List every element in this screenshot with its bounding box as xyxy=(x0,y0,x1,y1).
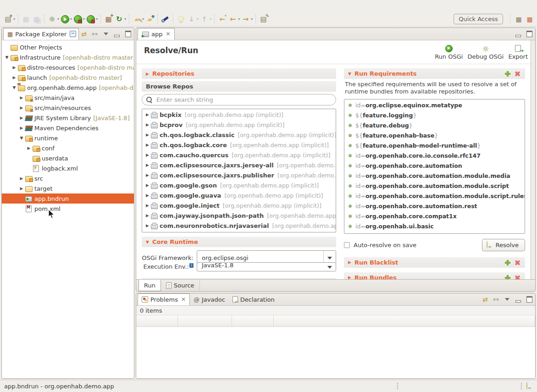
add-blacklist-icon[interactable] xyxy=(504,259,511,266)
open-task-button[interactable]: ▾ xyxy=(132,13,144,25)
section-run-blacklist[interactable]: ▶ Run Blacklist xyxy=(344,257,525,268)
tree-twisty-icon[interactable]: ▶ xyxy=(144,163,150,167)
remove-bundle-icon[interactable] xyxy=(514,274,521,279)
repo-list-item[interactable]: ▶ bcpkix [org.openhab.demo.app (implicit… xyxy=(142,110,336,120)
tree-item[interactable]: ▶ src/main/java xyxy=(2,93,134,103)
menu-item[interactable] xyxy=(67,5,77,7)
requirement-item[interactable]: ${feature.openhab-model-runtime-all} xyxy=(344,141,525,151)
repo-list-item[interactable]: ▶ com.google.gson [org.openhab.demo.app … xyxy=(142,180,336,190)
close-icon[interactable]: ✕ xyxy=(181,296,186,303)
dropdown-arrow-icon[interactable]: ▾ xyxy=(124,17,126,21)
requirement-item[interactable]: id=org.openhab.ui.basic xyxy=(344,221,525,232)
quick-access-button[interactable]: Quick Access xyxy=(454,14,503,24)
repo-list-item[interactable]: ▶ com.jayway.jsonpath.json-path [org.ope… xyxy=(142,210,336,221)
auto-resolve-checkbox[interactable] xyxy=(344,242,350,248)
view-menu-icon[interactable] xyxy=(102,30,110,38)
tree-twisty-icon[interactable]: ▶ xyxy=(18,176,25,181)
menu-item[interactable] xyxy=(97,5,107,7)
tree-twisty-icon[interactable]: ▶ xyxy=(144,112,150,117)
requirement-item[interactable]: id=org.openhab.core.automation xyxy=(344,161,525,171)
repo-list-item[interactable]: ▶ com.eclipsesource.jaxrs.publisher [org… xyxy=(142,170,336,180)
remove-requirement-icon[interactable] xyxy=(514,70,521,77)
column-header[interactable] xyxy=(274,315,531,326)
tree-twisty-icon[interactable]: ▶ xyxy=(144,193,150,198)
tab-javadoc[interactable]: @ Javadoc xyxy=(190,293,229,305)
tab-run[interactable]: Run xyxy=(138,280,161,291)
dropdown-arrow-icon[interactable] xyxy=(323,263,336,271)
tree-twisty-icon[interactable]: ▼ xyxy=(4,55,10,60)
tree-twisty-icon[interactable]: ▶ xyxy=(144,143,150,147)
menu-item[interactable] xyxy=(87,5,97,7)
tree-item[interactable]: userdata xyxy=(2,153,134,163)
focus-icon[interactable] xyxy=(91,30,99,38)
requirement-item[interactable]: ${feature.openhab-base} xyxy=(344,131,525,141)
tree-item[interactable]: Other Projects xyxy=(2,42,134,52)
export-button[interactable]: Export xyxy=(507,44,529,60)
menu-item[interactable] xyxy=(17,5,27,7)
grip-handle-icon[interactable] xyxy=(397,383,399,389)
tree-item[interactable]: pom.xml xyxy=(2,204,134,214)
new-wizard-button[interactable]: ▾ xyxy=(3,13,16,25)
tree-item[interactable]: ▶ src/main/resources xyxy=(2,103,134,113)
repo-list-item[interactable]: ▶ com.caucho.quercus [org.openhab.demo.a… xyxy=(142,150,336,160)
previous-annotation-button[interactable]: ▾ xyxy=(199,13,212,25)
run-button[interactable]: ▾ xyxy=(60,13,72,25)
filters-icon[interactable] xyxy=(492,296,500,303)
menu-item[interactable] xyxy=(27,5,37,7)
requirement-item[interactable]: ${feature.logging} xyxy=(344,110,525,121)
requirement-item[interactable]: id=org.openhab.core.automation.module.sc… xyxy=(344,181,525,191)
save-button[interactable] xyxy=(21,13,31,25)
tab-problems[interactable]: Problems ✕ xyxy=(138,293,190,305)
menu-item[interactable] xyxy=(6,5,17,7)
requirement-item[interactable]: id=org.openhab.core.automation.rest xyxy=(344,201,525,211)
tree-twisty-icon[interactable]: ▼ xyxy=(18,136,25,140)
column-header[interactable] xyxy=(178,315,232,326)
tree-twisty-icon[interactable]: ▶ xyxy=(144,183,150,188)
tree-twisty-icon[interactable]: ▶ xyxy=(11,65,17,70)
menu-item[interactable] xyxy=(57,5,67,7)
section-runtime-properties[interactable]: ▶ Runtime Properties xyxy=(142,278,336,279)
remove-blacklist-icon[interactable] xyxy=(514,259,521,266)
column-header[interactable] xyxy=(531,315,535,326)
requirement-item[interactable]: id=org.openhab.core.automation.module.me… xyxy=(344,171,525,181)
tree-item[interactable]: app.bndrun xyxy=(2,193,134,204)
tab-app-editor[interactable]: app ✕ xyxy=(138,28,175,40)
menu-item[interactable] xyxy=(47,5,57,7)
open-perspective-icon[interactable] xyxy=(514,15,523,24)
requirement-item[interactable]: id=org.openhab.core.compat1x xyxy=(344,211,525,221)
tree-twisty-icon[interactable]: ▶ xyxy=(144,203,150,208)
open-type-button[interactable] xyxy=(144,13,155,25)
run-osgi-button[interactable]: Run OSGi xyxy=(434,44,464,60)
repo-list-item[interactable]: ▶ bcprov [org.openhab.demo.app (implicit… xyxy=(142,120,336,130)
tree-twisty-icon[interactable]: ▼ xyxy=(11,85,17,90)
link-with-editor-icon[interactable] xyxy=(80,30,88,38)
resolve-button[interactable]: Resolve xyxy=(482,239,525,251)
section-repositories[interactable]: ▶ Repositories xyxy=(142,68,336,79)
column-header[interactable] xyxy=(136,315,178,326)
back-button[interactable]: ▾ xyxy=(227,13,240,25)
requirement-item[interactable]: id=org.openhab.core.io.console.rfc147 xyxy=(344,151,525,161)
repo-list-item[interactable]: ▶ com.google.inject [org.openhab.demo.ap… xyxy=(142,200,336,210)
tree-item[interactable]: ▶ src xyxy=(2,173,134,183)
focus-on-active-task-icon[interactable] xyxy=(481,296,489,303)
dropdown-arrow-icon[interactable]: ▾ xyxy=(83,17,85,21)
pin-editor-button[interactable] xyxy=(258,13,269,25)
add-requirement-icon[interactable] xyxy=(504,70,511,77)
minimize-icon[interactable] xyxy=(514,30,522,38)
dropdown-arrow-icon[interactable]: ▾ xyxy=(197,17,199,21)
tab-package-explorer[interactable]: Package Explorer ✕ xyxy=(3,28,79,40)
debug-button[interactable]: ▾ xyxy=(47,13,60,25)
forward-button[interactable]: ▾ xyxy=(240,13,253,25)
tree-item[interactable]: ▼ Infrastructure [openhab-distro master] xyxy=(2,52,134,62)
maximize-icon[interactable] xyxy=(525,30,533,38)
execution-env-combo[interactable]: JavaSE-1.8 xyxy=(197,262,336,271)
tree-twisty-icon[interactable]: ▶ xyxy=(144,223,150,228)
tree-item[interactable]: ▶ distro-resources [openhab-distro maste… xyxy=(2,62,134,72)
tree-item[interactable]: ▶ JRE System Library [JavaSE-1.8] xyxy=(2,113,134,123)
minimize-icon[interactable] xyxy=(514,296,522,303)
repo-list-item[interactable]: ▶ com.google.guava [org.openhab.demo.app… xyxy=(142,190,336,200)
tree-twisty-icon[interactable]: ▶ xyxy=(18,105,25,110)
grip-handle-icon[interactable] xyxy=(521,383,523,389)
run-coverage-button[interactable]: ▾ xyxy=(72,13,85,25)
tree-twisty-icon[interactable]: ▶ xyxy=(26,146,32,150)
